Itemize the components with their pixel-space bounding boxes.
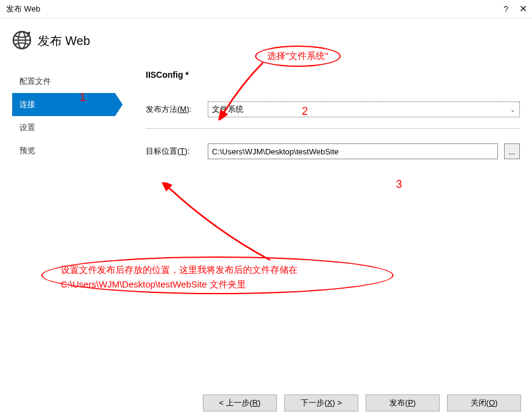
title-bar: 发布 Web ? ✕	[0, 0, 532, 18]
close-icon[interactable]: ✕	[519, 3, 527, 15]
annotation-bubble-top: 选择"文件系统"	[255, 46, 341, 67]
config-name: IISConfig *	[146, 70, 520, 80]
browse-button[interactable]: ...	[504, 143, 520, 159]
target-location-label: 目标位置(T):	[146, 146, 202, 157]
close-button[interactable]: 关闭(O)	[447, 394, 521, 411]
annotation-arrow-2	[161, 182, 282, 267]
publish-method-input[interactable]	[208, 102, 520, 117]
publish-button[interactable]: 发布(P)	[366, 394, 440, 411]
page-title: 发布 Web	[38, 33, 90, 49]
publish-method-row: 发布方法(M): ⌄	[146, 102, 520, 117]
next-button[interactable]: 下一步(X) >	[284, 394, 358, 411]
help-icon[interactable]: ?	[503, 4, 508, 14]
annotation-number-1: 1	[80, 91, 86, 104]
globe-icon	[12, 30, 32, 52]
window-controls: ? ✕	[503, 3, 527, 15]
wizard-sidebar: 配置文件 连接 设置 预览	[12, 70, 115, 170]
target-location-input[interactable]	[208, 143, 498, 159]
sidebar-item-profile[interactable]: 配置文件	[12, 70, 115, 93]
sidebar-item-connection[interactable]: 连接	[12, 93, 115, 116]
sidebar-item-label: 配置文件	[19, 77, 51, 86]
window-title: 发布 Web	[6, 4, 40, 15]
sidebar-item-label: 预览	[19, 146, 35, 155]
annotation-number-2: 2	[302, 105, 308, 118]
annotation-text-bottom: 设置文件发布后存放的位置，这里我将发布后的文件存储在 C:\Users\WJM\…	[61, 263, 389, 292]
sidebar-item-label: 连接	[19, 100, 35, 109]
sidebar-item-settings[interactable]: 设置	[12, 116, 115, 139]
sidebar-item-preview[interactable]: 预览	[12, 139, 115, 162]
sidebar-item-label: 设置	[19, 123, 35, 132]
content-pane: IISConfig * 发布方法(M): ⌄ 目标位置(T): ...	[115, 70, 520, 170]
annotation-number-3: 3	[396, 178, 402, 191]
dialog-body: 配置文件 连接 设置 预览 IISConfig * 发布方法(M): ⌄ 目标位…	[0, 70, 532, 170]
publish-method-select[interactable]: ⌄	[208, 102, 520, 117]
prev-button[interactable]: < 上一步(R)	[203, 394, 277, 411]
target-location-row: 目标位置(T): ...	[146, 143, 520, 159]
divider	[146, 128, 520, 129]
publish-method-label: 发布方法(M):	[146, 104, 202, 115]
wizard-button-bar: < 上一步(R) 下一步(X) > 发布(P) 关闭(O)	[203, 394, 521, 411]
